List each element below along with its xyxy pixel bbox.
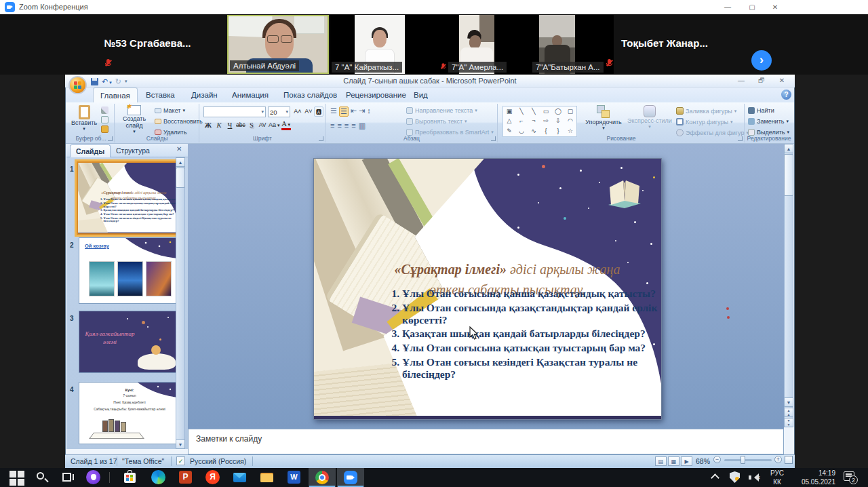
shape-outline-button[interactable]: Контур фигуры bbox=[676, 118, 732, 125]
tab-dizayn[interactable]: Дизайн bbox=[184, 87, 224, 102]
shape-fill-button[interactable]: Заливка фигуры bbox=[676, 107, 736, 115]
clipboard-dialog-launcher[interactable] bbox=[108, 136, 113, 141]
slide-thumbnail-4[interactable]: Күні: 7-сынып Пәні: Қазақ әдебиеті Сабақ… bbox=[79, 382, 179, 444]
justify-button[interactable]: ≡ bbox=[351, 121, 355, 130]
tab-slides-thumbnails[interactable]: Слайды bbox=[70, 144, 111, 157]
align-left-button[interactable]: ≡ bbox=[330, 121, 334, 130]
line-spacing-button[interactable]: ↕ bbox=[367, 106, 371, 117]
bullets-button[interactable]: ☰ bbox=[330, 106, 337, 117]
tab-animatsiya[interactable]: Анимация bbox=[225, 87, 275, 102]
change-case-button[interactable]: Аа bbox=[269, 120, 280, 130]
participant-tile-6[interactable]: Тоқыбет Жанар... bbox=[597, 14, 732, 75]
language-switcher[interactable]: РУС КК bbox=[766, 469, 788, 486]
slideshow-button[interactable]: ▶ bbox=[681, 456, 692, 466]
text-shadow-button[interactable]: S bbox=[247, 120, 256, 130]
slide-thumbnail-3[interactable]: Қиял-ғажайыптар әлемі bbox=[79, 311, 179, 373]
powerpoint-button[interactable]: P bbox=[178, 469, 194, 486]
columns-button[interactable]: ▥ bbox=[359, 121, 366, 130]
edge-button[interactable] bbox=[151, 469, 167, 486]
zoom-slider-track[interactable] bbox=[724, 459, 772, 461]
layout-button[interactable]: Макет bbox=[155, 107, 185, 114]
shapes-gallery[interactable]: ▣╲╲▭◯▢ △⌐¬⇨⇩◠ ✎◡∿{}☆ bbox=[502, 106, 577, 137]
cut-button[interactable] bbox=[101, 106, 108, 114]
help-button[interactable]: ? bbox=[781, 90, 791, 100]
new-slide-button[interactable]: ✱ Создать слайд bbox=[117, 105, 152, 134]
start-button[interactable] bbox=[8, 469, 24, 486]
slide-sorter-button[interactable]: ▦ bbox=[668, 456, 679, 466]
qat-customize-button[interactable]: ▾ bbox=[125, 79, 127, 84]
normal-view-button[interactable]: ▤ bbox=[655, 456, 667, 466]
close-panel-button[interactable]: ✕ bbox=[176, 145, 182, 153]
zoom-slider-thumb[interactable] bbox=[741, 456, 745, 464]
participant-tile-2[interactable]: Алтынай Абдуәлі bbox=[227, 15, 329, 74]
quick-styles-button[interactable]: Экспресс-стили bbox=[627, 105, 672, 130]
zoom-minimize-button[interactable]: — bbox=[717, 0, 738, 14]
paste-button[interactable]: Вставить bbox=[70, 105, 98, 132]
clear-formatting-button[interactable]: 🅰 bbox=[314, 106, 323, 117]
next-slide-button[interactable]: ▼▼ bbox=[784, 418, 793, 427]
bold-button[interactable]: Ж bbox=[203, 120, 213, 130]
ppt-minimize-button[interactable]: — bbox=[732, 75, 750, 86]
align-text-button[interactable]: Выровнять текст bbox=[406, 118, 467, 125]
slides-panel-scrollbar[interactable] bbox=[176, 157, 185, 449]
next-participants-button[interactable]: › bbox=[751, 50, 772, 71]
ppt-restore-button[interactable]: 🗗 bbox=[753, 75, 770, 86]
alice-assistant-button[interactable] bbox=[85, 469, 102, 486]
store-button[interactable] bbox=[122, 469, 138, 486]
theme-name[interactable]: "Тема Office" bbox=[122, 457, 164, 465]
arrange-button[interactable]: Упорядочить bbox=[583, 105, 625, 131]
scroll-up-button[interactable]: ▲ bbox=[176, 157, 185, 167]
participant-tile-3[interactable]: 7 "А" Кайраткыз... bbox=[330, 15, 437, 74]
file-explorer-button[interactable] bbox=[259, 469, 275, 486]
reset-button[interactable]: Восстановить bbox=[155, 118, 203, 125]
language-indicator[interactable]: Русский (Россия) bbox=[190, 457, 246, 465]
spellcheck-icon[interactable]: ✓ bbox=[176, 456, 185, 465]
office-button[interactable] bbox=[68, 76, 87, 94]
yandex-browser-button[interactable]: Я bbox=[205, 469, 221, 486]
tab-pokaz-slaydov[interactable]: Показ слайдов bbox=[277, 87, 344, 102]
current-slide[interactable]: «Сұрақтар ілмегі» әдісі арқылы жаңа өтке… bbox=[313, 158, 662, 420]
paragraph-dialog-launcher[interactable] bbox=[491, 136, 496, 141]
scroll-down-button[interactable]: ▼ bbox=[784, 397, 793, 407]
align-right-button[interactable]: ≡ bbox=[344, 121, 349, 130]
mail-button[interactable] bbox=[232, 469, 248, 486]
copy-button[interactable] bbox=[101, 116, 108, 123]
zoom-out-button[interactable]: − bbox=[713, 456, 721, 463]
strikethrough-button[interactable]: abc bbox=[236, 120, 245, 130]
text-direction-button[interactable]: Направление текста bbox=[406, 107, 477, 114]
word-button[interactable]: W bbox=[286, 469, 302, 486]
tab-glavnaya[interactable]: Главная bbox=[93, 87, 138, 102]
find-button[interactable]: Найти bbox=[748, 107, 774, 114]
tab-retsenzirovanie[interactable]: Рецензирование bbox=[339, 87, 413, 102]
slide-thumbnail-2[interactable]: Ой қозғау bbox=[79, 237, 179, 304]
ppt-close-button[interactable]: ✕ bbox=[773, 75, 791, 86]
zoom-close-button[interactable]: ✕ bbox=[765, 0, 785, 14]
save-icon[interactable] bbox=[91, 78, 98, 85]
notifications-icon[interactable]: 2 bbox=[844, 471, 854, 481]
zoom-maximize-button[interactable]: ▢ bbox=[742, 0, 762, 14]
font-color-button[interactable]: А bbox=[281, 120, 291, 130]
tab-vid[interactable]: Вид bbox=[407, 87, 435, 102]
decrease-indent-button[interactable]: ⇤ bbox=[351, 106, 357, 117]
task-view-button[interactable] bbox=[60, 469, 76, 486]
slide-thumbnail-1[interactable]: «Сұрақтар ілмегі» әдісі арқылы жаңа өтке… bbox=[77, 161, 180, 235]
tab-vstavka[interactable]: Вставка bbox=[139, 87, 182, 102]
search-button[interactable] bbox=[34, 469, 50, 486]
zoom-in-button[interactable]: + bbox=[774, 456, 782, 463]
scroll-down-button[interactable]: ▼ bbox=[176, 440, 185, 449]
font-size-combo[interactable]: 20▾ bbox=[268, 106, 290, 117]
clock[interactable]: 14:19 05.05.2021 bbox=[792, 469, 835, 486]
previous-slide-button[interactable]: ▲▲ bbox=[784, 408, 793, 417]
character-spacing-button[interactable]: AV bbox=[258, 120, 267, 130]
increase-indent-button[interactable]: ⇥ bbox=[359, 106, 365, 117]
shrink-font-button[interactable]: А˅ bbox=[304, 106, 313, 117]
participant-tile-1[interactable]: №53 Сргабаева... bbox=[68, 14, 227, 75]
scroll-up-button[interactable]: ▲ bbox=[784, 144, 793, 153]
scrollbar-thumb[interactable] bbox=[176, 168, 185, 188]
zoom-taskbar-cell[interactable] bbox=[337, 468, 364, 487]
align-center-button[interactable]: ≡ bbox=[337, 121, 341, 130]
redo-button[interactable]: ↻ bbox=[115, 77, 121, 86]
drawing-dialog-launcher[interactable] bbox=[738, 136, 743, 141]
fit-to-window-button[interactable] bbox=[785, 456, 793, 464]
chrome-taskbar-cell[interactable] bbox=[309, 468, 336, 487]
